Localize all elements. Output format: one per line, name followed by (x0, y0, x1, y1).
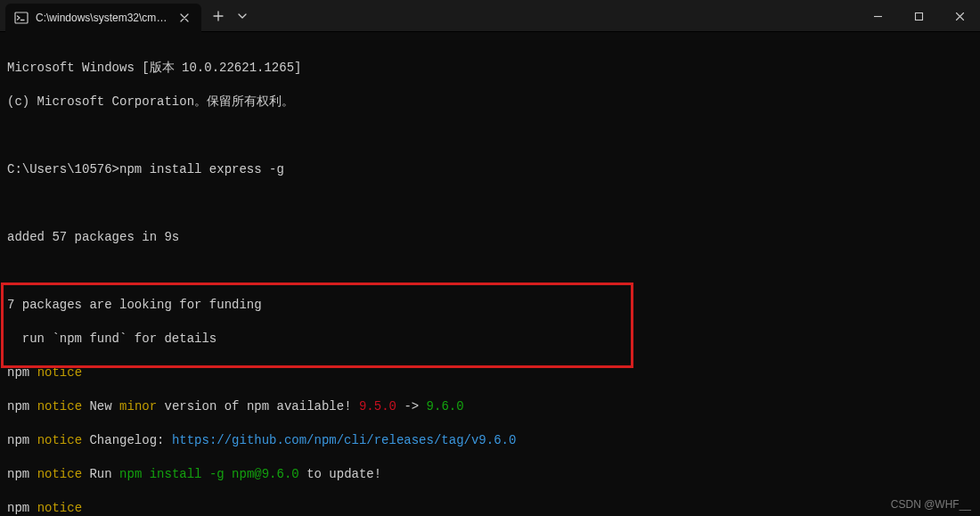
notice-label: notice (37, 399, 82, 414)
notice-label: notice (37, 365, 82, 380)
line-notice-2: npm notice New minor version of npm avai… (7, 398, 973, 415)
prompt-text: C:\Users\10576> (7, 162, 119, 176)
version-rest: version of npm available! (165, 399, 352, 414)
watermark: CSDN @WHF__ (891, 498, 971, 511)
line-notice-3: npm notice Changelog: https://github.com… (7, 432, 973, 449)
tab-dropdown-button[interactable] (232, 3, 253, 29)
line-notice-5: npm notice (7, 500, 973, 516)
notice-label: notice (37, 467, 82, 481)
npm-label: npm (7, 433, 29, 447)
line-funding-1: 7 packages are looking for funding (7, 297, 973, 314)
close-button[interactable] (939, 0, 980, 32)
npm-label: npm (7, 399, 29, 414)
window-controls (857, 0, 980, 31)
line-blank (7, 127, 973, 144)
maximize-button[interactable] (898, 0, 939, 32)
cmd-text: npm install express -g (119, 162, 284, 176)
arrow: -> (404, 399, 419, 414)
tab-title: C:\windows\system32\cmd.exe (36, 12, 169, 24)
new-version: 9.6.0 (427, 399, 464, 414)
line-banner-1: Microsoft Windows [版本 10.0.22621.1265] (7, 60, 973, 77)
notice-label: notice (37, 433, 82, 447)
notice-label: notice (37, 501, 82, 515)
changelog-label: Changelog: (89, 433, 164, 447)
new-word: New (89, 399, 111, 414)
run-word: Run (89, 467, 111, 481)
line-cmd-install: C:\Users\10576>npm install express -g (7, 161, 973, 178)
line-blank (7, 195, 973, 212)
line-notice-1: npm notice (7, 364, 973, 381)
minimize-button[interactable] (857, 0, 898, 32)
minor-word: minor (119, 399, 157, 414)
line-blank (7, 263, 973, 280)
changelog-url: https://github.com/npm/cli/releases/tag/… (172, 433, 516, 447)
old-version: 9.5.0 (359, 399, 396, 414)
svg-rect-3 (915, 12, 922, 20)
new-tab-button[interactable] (205, 3, 232, 29)
line-funding-2: run `npm fund` for details (7, 331, 973, 348)
run-cmd: npm install -g npm@9.6.0 (119, 467, 299, 481)
line-notice-4: npm notice Run npm install -g npm@9.6.0 … (7, 466, 973, 483)
run-tail: to update! (306, 467, 381, 481)
terminal-tab[interactable]: C:\windows\system32\cmd.exe (5, 4, 201, 32)
titlebar: C:\windows\system32\cmd.exe (0, 0, 980, 32)
terminal-output[interactable]: Microsoft Windows [版本 10.0.22621.1265] (… (0, 32, 980, 516)
npm-label: npm (7, 467, 29, 481)
npm-label: npm (7, 365, 29, 380)
svg-rect-0 (15, 12, 28, 23)
line-added: added 57 packages in 9s (7, 229, 973, 246)
tab-close-button[interactable] (176, 10, 192, 26)
npm-label: npm (7, 501, 29, 515)
cmd-icon (14, 11, 29, 25)
line-banner-2: (c) Microsoft Corporation。保留所有权利。 (7, 94, 973, 111)
